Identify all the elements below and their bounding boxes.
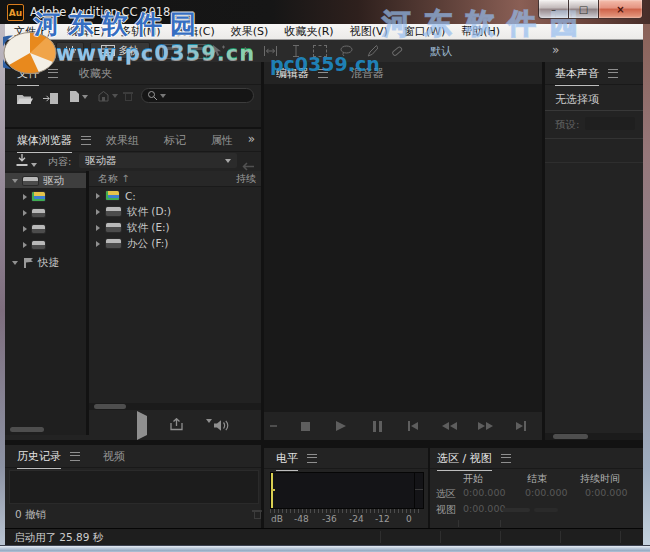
chevron-down-icon[interactable] — [12, 179, 18, 183]
pause-button[interactable] — [366, 418, 388, 434]
column-header-start: 开始 — [463, 472, 483, 486]
history-tabbar: 历史记录 视频 — [5, 445, 261, 468]
insert-into-multitrack-button[interactable] — [97, 90, 118, 102]
levels-panel-menu-icon[interactable] — [307, 454, 317, 463]
essential-scrollbar-track[interactable] — [545, 433, 643, 440]
essential-horizontal-scrollbar[interactable] — [553, 434, 588, 439]
meter-tick-marks — [270, 509, 422, 513]
chevron-right-icon[interactable] — [96, 225, 100, 231]
tree-item-drives[interactable]: 驱动 — [5, 173, 86, 188]
tree-item-drive-e[interactable] — [5, 221, 86, 236]
drive-row-c[interactable]: C: — [89, 188, 268, 203]
search-scope-caret-icon — [160, 94, 166, 98]
play-button[interactable] — [330, 418, 352, 434]
chevron-down-icon[interactable] — [12, 261, 18, 265]
column-header-duration[interactable]: 持续 — [236, 172, 256, 186]
media-tabs-overflow-button[interactable]: » — [248, 132, 255, 146]
new-file-button[interactable] — [69, 90, 88, 103]
essential-sound-panel: 基本声音 无选择项 预设: — [545, 62, 643, 440]
essential-sound-menu-icon[interactable] — [608, 69, 618, 78]
tab-properties[interactable]: 属性 — [211, 133, 233, 148]
spot-healing-brush-tool-icon — [389, 44, 403, 58]
search-input[interactable] — [141, 88, 254, 103]
column-header-name[interactable]: 名称 ↑ — [98, 172, 130, 186]
maximize-button[interactable]: □ — [568, 0, 599, 19]
selection-duration-value[interactable]: 0:00.000 — [585, 487, 628, 498]
list-horizontal-scrollbar[interactable] — [94, 404, 126, 409]
selection-start-value[interactable]: 0:00.000 — [463, 487, 506, 498]
auto-play-button[interactable] — [169, 416, 184, 435]
files-list-empty-area — [5, 110, 261, 127]
chevron-right-icon[interactable] — [96, 241, 100, 247]
spot-healing-brush-tool-button[interactable] — [388, 43, 404, 59]
selection-view-header: 开始 结束 持续时间 — [430, 472, 643, 484]
preset-dropdown[interactable] — [585, 117, 635, 130]
tab-video[interactable]: 视频 — [103, 449, 125, 464]
list-scrollbar-track[interactable] — [89, 403, 261, 410]
tree-item-drive-d[interactable] — [5, 205, 86, 220]
drive-row-d[interactable]: 软件 (D:) — [89, 204, 268, 219]
selection-end-value[interactable]: 0:00.000 — [525, 487, 568, 498]
skip-to-start-button[interactable] — [402, 418, 424, 434]
media-browser-menu-icon[interactable] — [81, 136, 91, 145]
open-file-button[interactable] — [16, 90, 34, 109]
meter-clip-divider — [414, 473, 415, 508]
selection-view-panel: 选区 / 视图 开始 结束 持续时间 选区 0:00.000 0:00.000 … — [430, 448, 643, 528]
tree-item-shortcuts[interactable]: 快捷 — [5, 255, 86, 270]
zoom-navigator-handle[interactable] — [270, 425, 277, 427]
content-dropdown[interactable]: 驱动器 — [79, 153, 237, 168]
tab-selection-view[interactable]: 选区 / 视图 — [437, 451, 492, 466]
chevron-right-icon[interactable] — [23, 194, 27, 200]
back-arrow-icon — [242, 162, 254, 171]
menu-item-favorites[interactable]: 收藏夹(R) — [276, 24, 341, 39]
preview-volume-button[interactable] — [206, 419, 230, 432]
history-footer: 0 撤销 — [5, 504, 261, 526]
tab-essential-sound[interactable]: 基本声音 — [555, 66, 599, 81]
chevron-right-icon[interactable] — [96, 209, 100, 215]
import-file-button[interactable] — [43, 90, 60, 109]
add-shortcut-button[interactable] — [15, 154, 37, 167]
workspace-label[interactable]: 默认 — [430, 44, 452, 59]
menu-item-effects[interactable]: 效果(S) — [223, 24, 277, 39]
tab-levels[interactable]: 电平 — [276, 451, 298, 466]
tree-item-drive-f[interactable] — [5, 237, 86, 252]
drive-row-e[interactable]: 软件 (E:) — [89, 220, 268, 235]
toolbar-overflow-button[interactable]: » — [552, 43, 559, 57]
view-start-value[interactable]: 0:00.000 — [463, 503, 506, 514]
scale-label: -24 — [349, 514, 364, 524]
selection-row-label: 选区 — [436, 487, 456, 501]
download-icon — [15, 154, 29, 167]
tree-horizontal-scrollbar[interactable] — [10, 427, 44, 432]
volume-caret-icon — [206, 419, 212, 423]
close-button[interactable]: × — [598, 0, 643, 19]
chevron-right-icon[interactable] — [96, 193, 100, 199]
stop-button[interactable] — [294, 418, 316, 434]
tree-item-drive-c[interactable] — [5, 189, 86, 204]
chevron-right-icon[interactable] — [23, 226, 27, 232]
open-folder-icon — [16, 92, 34, 105]
drive-row-f[interactable]: 办公 (F:) — [89, 236, 268, 251]
search-icon — [147, 90, 158, 101]
minimize-button[interactable]: – — [538, 0, 569, 19]
editor-canvas[interactable] — [264, 84, 542, 412]
divider — [380, 531, 381, 543]
tab-favorites[interactable]: 收藏夹 — [79, 66, 112, 81]
selection-view-menu-icon[interactable] — [501, 454, 511, 463]
levels-tabbar: 电平 — [264, 448, 428, 469]
tab-media-browser[interactable]: 媒体浏览器 — [17, 133, 72, 148]
tab-effects-rack[interactable]: 效果组 — [106, 133, 139, 148]
tab-markers[interactable]: 标记 — [164, 133, 186, 148]
skip-to-end-button[interactable] — [510, 418, 532, 434]
preview-play-button[interactable] — [137, 416, 147, 435]
view-row: 视图 0:00.000 — [430, 503, 643, 516]
chevron-right-icon[interactable] — [23, 242, 27, 248]
window-border-left — [0, 24, 5, 545]
chevron-right-icon[interactable] — [23, 210, 27, 216]
history-panel-menu-icon[interactable] — [70, 452, 80, 461]
fast-forward-button[interactable] — [474, 418, 496, 434]
new-file-icon — [69, 90, 80, 103]
rewind-button[interactable] — [438, 418, 460, 434]
essential-sound-tabbar: 基本声音 — [545, 62, 643, 85]
drive-icon — [32, 241, 45, 249]
tab-history[interactable]: 历史记录 — [17, 449, 61, 464]
